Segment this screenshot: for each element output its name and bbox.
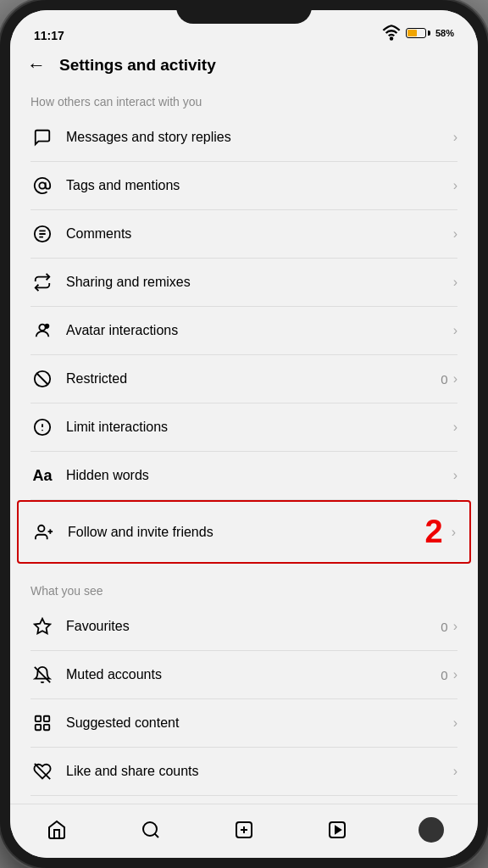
star-icon (30, 615, 54, 638)
menu-item-hidden[interactable]: Aa Hidden words › (10, 452, 478, 499)
chevron-right-icon: › (453, 764, 458, 779)
menu-item-sharing[interactable]: Sharing and remixes › (10, 259, 478, 306)
svg-point-0 (391, 37, 392, 39)
nav-create[interactable] (225, 811, 263, 849)
avatar-icon: S (30, 319, 54, 342)
menu-item-tags[interactable]: Tags and mentions › (10, 162, 478, 209)
section-header-see: What you see (10, 576, 478, 603)
follow-icon (32, 520, 56, 544)
at-sign-icon (30, 174, 54, 198)
battery-indicator (406, 28, 430, 38)
nav-home[interactable] (38, 811, 75, 849)
menu-item-comments[interactable]: Comments › (10, 210, 478, 258)
aa-text-icon: Aa (32, 467, 52, 485)
back-button[interactable]: ← (27, 54, 46, 76)
restricted-badge: 0 (441, 372, 447, 387)
page-title: Settings and activity (59, 56, 216, 75)
sharing-icon (30, 270, 54, 294)
phone-frame: 11:17 58% ← (0, 0, 488, 868)
svg-point-3 (39, 325, 45, 331)
svg-line-22 (154, 833, 158, 837)
muted-icon (30, 663, 54, 687)
avatar-label: Avatar interactions (66, 323, 453, 338)
page-header: ← Settings and activity (10, 47, 478, 86)
menu-item-like[interactable]: Like and share counts › (10, 748, 478, 795)
svg-line-7 (37, 374, 48, 385)
svg-text:S: S (46, 325, 48, 329)
chevron-right-icon: › (453, 715, 458, 731)
heart-icon (30, 760, 54, 783)
highlight-number: 2 (425, 514, 443, 550)
favourites-label: Favourites (66, 619, 441, 634)
sharing-label: Sharing and remixes (66, 275, 453, 290)
suggested-icon (30, 711, 54, 735)
like-label: Like and share counts (66, 764, 453, 779)
svg-rect-18 (36, 725, 41, 730)
status-icons: 58% (382, 24, 454, 42)
muted-badge: 0 (441, 668, 447, 682)
messages-label: Messages and story replies (66, 130, 453, 145)
chevron-right-icon: › (453, 468, 458, 483)
favourites-badge: 0 (441, 620, 447, 634)
restricted-icon (30, 367, 54, 391)
message-circle-icon (30, 125, 54, 149)
chevron-right-icon: › (453, 619, 458, 634)
svg-rect-17 (44, 716, 49, 721)
muted-label: Muted accounts (66, 667, 441, 682)
svg-rect-19 (44, 725, 49, 730)
follow-label: Follow and invite friends (68, 525, 425, 540)
chevron-right-icon: › (452, 525, 456, 540)
notch (176, 0, 312, 24)
chevron-right-icon: › (453, 130, 458, 145)
menu-item-avatar[interactable]: S Avatar interactions › (10, 307, 478, 354)
chevron-right-icon: › (453, 667, 458, 682)
status-time: 11:17 (34, 29, 64, 42)
comment-icon (30, 222, 54, 246)
menu-item-follow[interactable]: Follow and invite friends 2 › (17, 500, 471, 564)
menu-item-messages[interactable]: Messages and story replies › (10, 114, 478, 161)
svg-rect-16 (36, 716, 41, 721)
menu-item-muted[interactable]: Muted accounts 0 › (10, 651, 478, 698)
svg-marker-27 (336, 826, 341, 833)
chevron-right-icon: › (453, 420, 458, 435)
limit-label: Limit interactions (66, 420, 453, 435)
svg-point-11 (38, 525, 44, 531)
phone-screen: 11:17 58% ← (10, 10, 478, 858)
menu-item-limit[interactable]: Limit interactions › (10, 403, 478, 451)
nav-reels[interactable] (319, 811, 356, 849)
tags-label: Tags and mentions (66, 178, 453, 193)
nav-search[interactable] (132, 811, 169, 849)
profile-avatar (419, 817, 444, 843)
chevron-right-icon: › (453, 371, 458, 387)
text-icon: Aa (30, 464, 54, 487)
svg-point-10 (42, 430, 43, 431)
chevron-right-icon: › (453, 226, 458, 242)
suggested-label: Suggested content (66, 715, 453, 731)
limit-icon (30, 415, 54, 439)
bottom-navigation (10, 804, 478, 858)
svg-marker-14 (35, 619, 50, 633)
battery-percent: 58% (435, 28, 454, 38)
section-header-interactions: How others can interact with you (10, 86, 478, 114)
menu-item-restricted[interactable]: Restricted 0 › (10, 355, 478, 403)
menu-item-favourites[interactable]: Favourites 0 › (10, 603, 478, 650)
restricted-label: Restricted (66, 371, 441, 387)
svg-point-21 (143, 822, 157, 836)
hidden-label: Hidden words (66, 468, 453, 483)
chevron-right-icon: › (453, 275, 458, 290)
settings-content: How others can interact with you Message… (10, 86, 478, 804)
chevron-right-icon: › (453, 323, 458, 338)
nav-profile[interactable] (413, 811, 450, 849)
menu-item-suggested[interactable]: Suggested content › (10, 699, 478, 747)
chevron-right-icon: › (453, 178, 458, 193)
svg-point-1 (39, 182, 45, 188)
wifi-icon (382, 24, 401, 42)
comments-label: Comments (66, 226, 453, 242)
